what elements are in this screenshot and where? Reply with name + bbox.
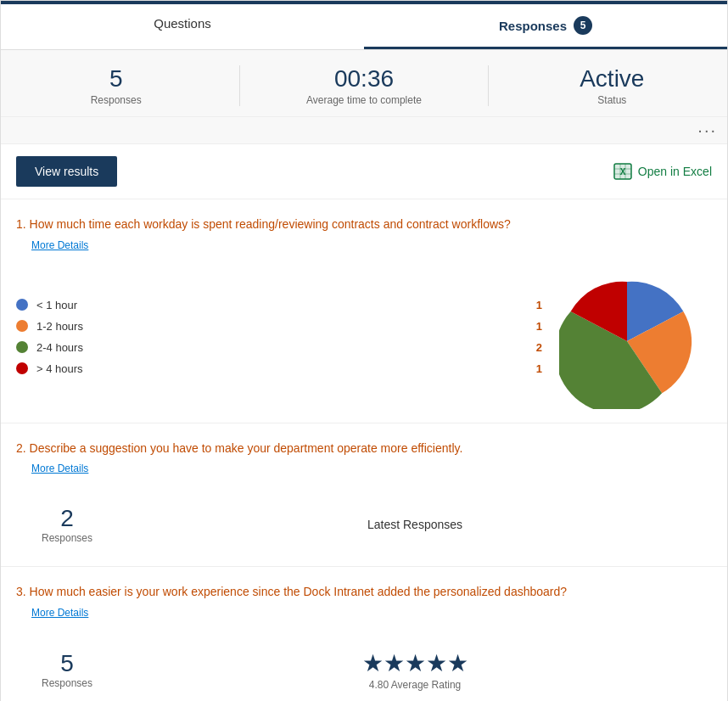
question-2-number: 2.	[16, 441, 26, 455]
tabs-bar: Questions Responses 5	[1, 4, 727, 50]
question-3-responses-label: Responses	[16, 677, 118, 689]
question-1-text: 1. How much time each workday is spent r…	[16, 216, 712, 233]
excel-icon: X	[613, 161, 633, 182]
pie-chart-wrapper	[542, 273, 712, 409]
legend-item-1: 1-2 hours 1	[16, 320, 542, 333]
stat-avg-time: 00:36 Average time to complete	[249, 65, 479, 106]
question-3-avg-rating: 4.80 Average Rating	[118, 679, 712, 691]
question-3-more-details[interactable]: More Details	[31, 607, 88, 619]
open-in-excel-link[interactable]: X Open in Excel	[613, 161, 712, 182]
legend-item-3: > 4 hours 1	[16, 362, 542, 375]
question-1-number: 1.	[16, 217, 26, 231]
action-bar: View results X Open in Excel	[1, 144, 727, 199]
tab-responses[interactable]: Responses 5	[364, 4, 727, 49]
stat-status-label: Status	[497, 94, 727, 106]
question-2-text: 2. Describe a suggestion you have to mak…	[16, 440, 712, 457]
stat-avg-time-value: 00:36	[249, 65, 479, 93]
question-2-latest-label: Latest Responses	[118, 518, 712, 531]
stat-status-value: Active	[497, 65, 727, 93]
question-3-number: 3.	[16, 585, 26, 598]
open-in-excel-label: Open in Excel	[638, 165, 712, 178]
view-results-button[interactable]: View results	[16, 156, 117, 187]
question-3-responses-value: 5	[16, 650, 118, 677]
main-container: Questions Responses 5 5 Responses 00:36 …	[0, 0, 728, 701]
legend-item-0: < 1 hour 1	[16, 299, 542, 311]
stat-avg-time-label: Average time to complete	[249, 94, 479, 106]
question-1-section: 1. How much time each workday is spent r…	[1, 199, 727, 423]
stat-divider-2	[488, 65, 489, 106]
responses-badge: 5	[574, 16, 592, 35]
question-2-more-details[interactable]: More Details	[31, 463, 88, 474]
legend-item-2: 2-4 hours 2	[16, 341, 542, 354]
legend-count-2: 2	[536, 341, 542, 354]
question-1-more-details[interactable]: More Details	[31, 239, 88, 251]
question-3-body: How much easier is your work experience …	[30, 585, 567, 598]
question-3-stars: ★★★★★	[118, 649, 712, 677]
question-3-section: 3. How much easier is your work experien…	[1, 567, 727, 701]
legend-label-3: > 4 hours	[36, 362, 511, 375]
question-2-responses-label: Responses	[16, 532, 118, 544]
stats-row: 5 Responses 00:36 Average time to comple…	[1, 50, 727, 117]
pie-chart	[559, 273, 695, 409]
legend-count-1: 1	[536, 320, 542, 333]
stat-responses-label: Responses	[1, 94, 231, 106]
legend-dot-1	[16, 320, 28, 332]
legend-label-1: 1-2 hours	[36, 320, 511, 333]
question-1-body: How much time each workday is spent read…	[30, 217, 511, 231]
legend-count-0: 1	[536, 299, 542, 311]
question-1-legend: < 1 hour 1 1-2 hours 1 2-4 hours 2 > 4 h…	[16, 299, 542, 384]
legend-label-0: < 1 hour	[36, 299, 511, 311]
question-2-responses-value: 2	[16, 505, 118, 532]
question-2-responses-block: 2 Responses	[16, 505, 118, 544]
legend-dot-3	[16, 362, 28, 374]
stat-status: Active Status	[497, 65, 727, 106]
stat-responses-value: 5	[1, 65, 231, 93]
question-1-content: < 1 hour 1 1-2 hours 1 2-4 hours 2 > 4 h…	[16, 273, 712, 409]
question-3-text: 3. How much easier is your work experien…	[16, 584, 712, 601]
legend-label-2: 2-4 hours	[36, 341, 511, 354]
question-3-responses-block: 5 Responses	[16, 650, 118, 689]
more-options-button[interactable]: ···	[697, 121, 717, 140]
legend-dot-0	[16, 299, 28, 311]
question-2-content: 2 Responses Latest Responses	[16, 496, 712, 552]
stat-responses: 5 Responses	[1, 65, 231, 106]
tab-questions[interactable]: Questions	[1, 4, 364, 49]
stat-divider-1	[239, 65, 240, 106]
legend-dot-2	[16, 341, 28, 353]
question-3-stars-block: ★★★★★ 4.80 Average Rating	[118, 649, 712, 691]
question-3-content: 5 Responses ★★★★★ 4.80 Average Rating	[16, 641, 712, 699]
more-options-row: ···	[1, 117, 727, 144]
question-2-body: Describe a suggestion you have to make y…	[30, 441, 463, 455]
legend-count-3: 1	[536, 362, 542, 375]
question-2-section: 2. Describe a suggestion you have to mak…	[1, 423, 727, 568]
